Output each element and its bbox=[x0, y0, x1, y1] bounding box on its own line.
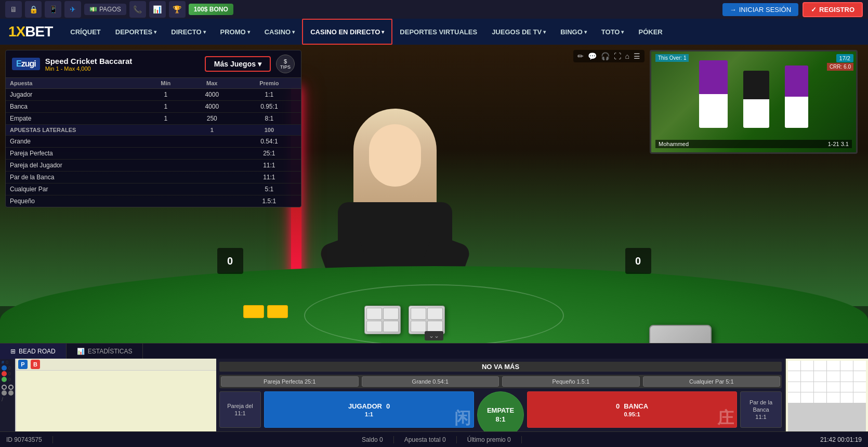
banker-cards bbox=[409, 306, 445, 334]
chevron-down-icon: ▾ bbox=[154, 29, 156, 35]
cricket-player-2 bbox=[743, 71, 769, 128]
bet-overlay-panel: Ezugi Speed Cricket Baccarat Min 1 - Max… bbox=[5, 50, 301, 207]
home-icon[interactable]: ⌂ bbox=[625, 52, 629, 60]
card-stacks bbox=[364, 306, 445, 334]
score-left: 0 bbox=[217, 248, 243, 274]
stats-cell bbox=[853, 392, 866, 402]
pen-icon[interactable]: ✏ bbox=[577, 52, 584, 60]
lock-icon[interactable]: 🔒 bbox=[25, 1, 42, 18]
chart-icon[interactable]: 📊 bbox=[149, 1, 166, 18]
chevron-down-icon: ▾ bbox=[621, 29, 624, 35]
monitor-icon[interactable]: 🖥 bbox=[5, 1, 22, 18]
col-min: Mín bbox=[145, 78, 187, 89]
tv-screen: Mohammed 1-21 3.1 17/2 This Over: 1 CRR:… bbox=[650, 50, 858, 154]
bead-road-grid bbox=[16, 371, 216, 432]
tablet-icon[interactable]: 📱 bbox=[45, 1, 61, 18]
top-bar-right: → INICIAR SESIÓN ✓ REGISTRO bbox=[722, 2, 863, 17]
yellow-marker-1 bbox=[243, 305, 264, 318]
lateral-bets-header: APUESTAS LATERALES 1 100 bbox=[6, 125, 301, 136]
table-row: Empate 1 250 8:1 bbox=[6, 113, 301, 125]
chevron-down-icon: ▾ bbox=[258, 60, 261, 68]
table-row: Cualquier Par 5:1 bbox=[6, 183, 301, 195]
player-bead-legend bbox=[2, 365, 7, 371]
trophy-icon[interactable]: 🏆 bbox=[169, 1, 186, 18]
nav-deportes-virtuales[interactable]: DEPORTES VIRTUALES bbox=[392, 19, 484, 45]
nav-promo[interactable]: PROMO ▾ bbox=[213, 19, 257, 45]
nav-bingo[interactable]: BINGO ▾ bbox=[553, 19, 594, 45]
chat-icon[interactable]: 💬 bbox=[588, 52, 597, 60]
registro-button[interactable]: ✓ REGISTRO bbox=[803, 2, 863, 17]
footer-ultimo: Último premio 0 bbox=[457, 436, 522, 443]
nav-casino-directo[interactable]: CASINO EN DIRECTO ▾ bbox=[302, 19, 392, 45]
tv-controls: ✏ 💬 🎧 ⛶ ⌂ ☰ bbox=[573, 50, 645, 62]
stats-cell bbox=[801, 371, 813, 381]
yellow-markers bbox=[243, 305, 288, 318]
banca-button[interactable]: 0 BANCA 0.95:1 庄 bbox=[527, 391, 737, 428]
player-cards bbox=[364, 306, 401, 334]
dealer-face bbox=[369, 124, 421, 187]
nav-directo[interactable]: DIRECTO ▾ bbox=[164, 19, 213, 45]
stats-cell bbox=[788, 382, 800, 392]
table-row: Grande 0.54:1 bbox=[6, 136, 301, 148]
nav-deportes[interactable]: DEPORTES ▾ bbox=[108, 19, 164, 45]
stats-cell bbox=[788, 371, 800, 381]
chevron-down-icon: ▾ bbox=[203, 29, 206, 35]
pb-header: P B bbox=[16, 359, 216, 371]
tips-button[interactable]: $ TIPS bbox=[276, 55, 295, 73]
phone-icon[interactable]: 📞 bbox=[129, 1, 146, 18]
bet-overlay-header: Ezugi Speed Cricket Baccarat Min 1 - Max… bbox=[6, 50, 301, 78]
tab-estadisticas[interactable]: 📊 ESTADÍSTICAS bbox=[67, 344, 143, 359]
menu-icon[interactable]: ☰ bbox=[634, 52, 640, 60]
iniciar-sesion-button[interactable]: → INICIAR SESIÓN bbox=[722, 3, 798, 16]
table-row: Pareja Perfecta 25:1 bbox=[6, 148, 301, 160]
stats-cell bbox=[814, 361, 826, 371]
nav-criquet[interactable]: CRÍQUET bbox=[63, 19, 108, 45]
mas-juegos-button[interactable]: Más Juegos ▾ bbox=[205, 56, 271, 72]
telegram-icon[interactable]: ✈ bbox=[64, 1, 81, 18]
logo[interactable]: 1XBET bbox=[8, 23, 52, 40]
table-row: Jugador 1 4000 1:1 bbox=[6, 89, 301, 101]
stats-cell bbox=[827, 371, 839, 381]
nav-bar: 1XBET CRÍQUET DEPORTES ▾ DIRECTO ▾ PROMO… bbox=[0, 19, 868, 45]
game-footer: ID 90743575 Saldo 0 Apuesta total 0 bbox=[0, 431, 868, 447]
chevron-down-icon: ▾ bbox=[584, 29, 587, 35]
pagos-button[interactable]: 💵 PAGOS bbox=[84, 4, 126, 15]
banca-chinese-char: 庄 bbox=[717, 407, 734, 428]
fullscreen-icon[interactable]: ⛶ bbox=[614, 52, 621, 60]
nav-poker[interactable]: PÓKER bbox=[631, 19, 669, 45]
tab-bead-road[interactable]: ⊞ BEAD ROAD bbox=[0, 344, 67, 359]
game-area: Mohammed 1-21 3.1 17/2 This Over: 1 CRR:… bbox=[0, 45, 868, 447]
jugador-button[interactable]: JUGADOR 0 1:1 闲 bbox=[264, 391, 474, 428]
grande-btn[interactable]: Grande 0.54:1 bbox=[362, 376, 499, 387]
nav-toto[interactable]: TOTO ▾ bbox=[594, 19, 632, 45]
table-row: Par de la Banca 11:1 bbox=[6, 172, 301, 183]
card-7 bbox=[411, 321, 426, 333]
nav-casino[interactable]: CASINO ▾ bbox=[257, 19, 303, 45]
stats-cell bbox=[840, 392, 853, 402]
yellow-marker-2 bbox=[267, 305, 288, 318]
card-8 bbox=[427, 321, 443, 333]
bono-button[interactable]: 100$ BONO bbox=[189, 4, 233, 15]
pareja-del-button[interactable]: Pareja del 11:1 bbox=[219, 391, 261, 428]
nav-juegos-tv[interactable]: JUEGOS DE TV ▾ bbox=[484, 19, 553, 45]
pequeno-btn[interactable]: Pequeño 1.5:1 bbox=[502, 376, 640, 387]
col-max: Max bbox=[187, 78, 238, 89]
top-bar: 🖥 🔒 📱 ✈ 💵 PAGOS 📞 📊 🏆 100$ BONO → INICIA… bbox=[0, 0, 868, 19]
table-row: Pareja del Jugador 11:1 bbox=[6, 160, 301, 172]
par-banca-button[interactable]: Par de la Banca 11:1 bbox=[740, 391, 782, 428]
headphone-icon[interactable]: 🎧 bbox=[601, 52, 610, 60]
pareja-perfecta-btn[interactable]: Pareja Perfecta 25:1 bbox=[221, 376, 359, 387]
stats-cell bbox=[788, 361, 800, 371]
cualquier-par-btn[interactable]: Cualquier Par 5:1 bbox=[643, 376, 781, 387]
expand-button[interactable]: ⌄⌄ bbox=[425, 331, 443, 340]
table-row: Banca 1 4000 0.95:1 bbox=[6, 101, 301, 113]
stats-cell bbox=[827, 382, 839, 392]
tv-crr: CRR: 6.0 bbox=[827, 63, 853, 71]
stats-cell bbox=[801, 382, 813, 392]
stats-cell bbox=[840, 382, 853, 392]
stats-cell bbox=[814, 371, 826, 381]
main-content: Mohammed 1-21 3.1 17/2 This Over: 1 CRR:… bbox=[0, 45, 868, 447]
card-3 bbox=[366, 321, 382, 333]
footer-saldo: Saldo 0 bbox=[351, 436, 394, 443]
card-6 bbox=[427, 308, 443, 320]
